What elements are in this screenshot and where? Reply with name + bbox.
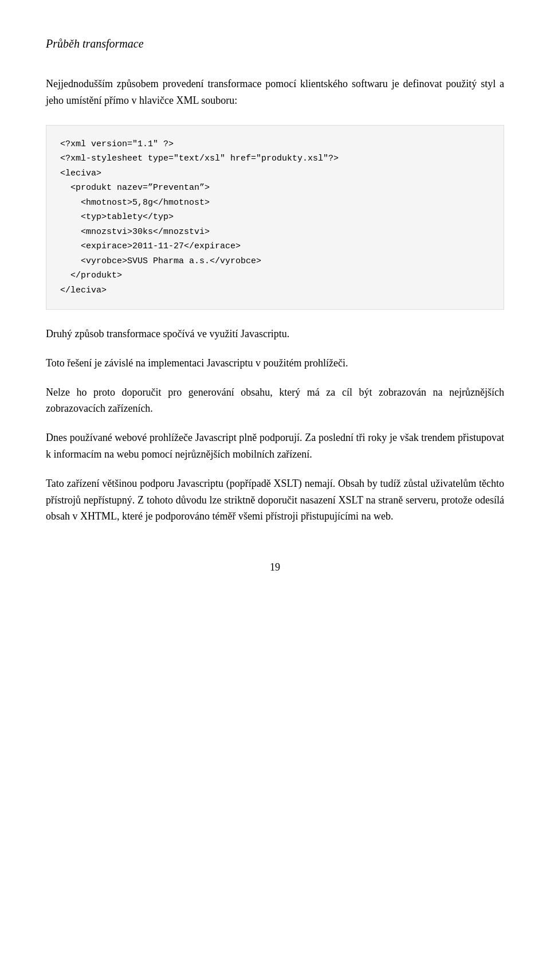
- paragraph-conclusion: Tato zařízení většinou podporu Javascrip…: [46, 475, 504, 525]
- paragraph-browsers-mobile: Dnes používané webové prohlížeče Javascr…: [46, 430, 504, 463]
- page-number: 19: [46, 559, 504, 576]
- intro-paragraph: Nejjednodušším způsobem provedení transf…: [46, 76, 504, 109]
- paragraph-javascript-dependency: Toto řešení je závislé na implementaci J…: [46, 355, 504, 372]
- page-title: Průběh transformace: [46, 34, 504, 53]
- paragraph-not-recommended: Nelze ho proto doporučit pro generování …: [46, 384, 504, 417]
- xml-code-block: <?xml version="1.1" ?> <?xml-stylesheet …: [46, 125, 504, 310]
- paragraph-javascript-intro: Druhý způsob transformace spočívá ve vyu…: [46, 326, 504, 342]
